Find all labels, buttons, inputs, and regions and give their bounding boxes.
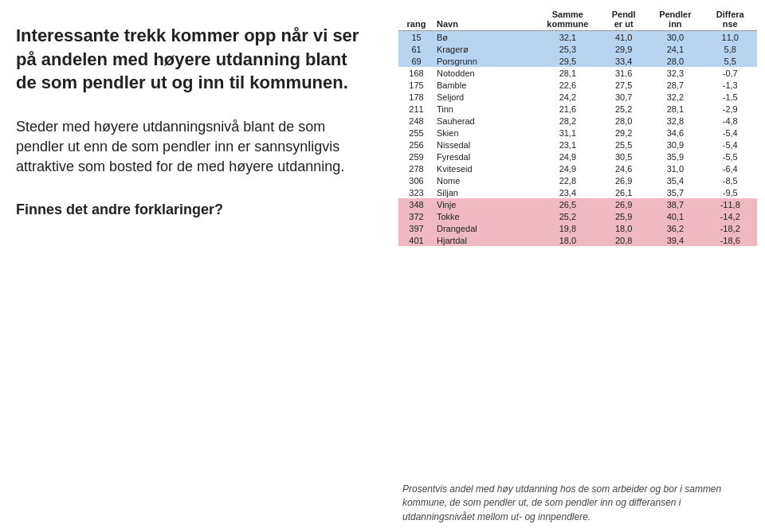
caption-text: Prosentvis andel med høy utdanning hos d… — [398, 483, 757, 524]
table-cell: 61 — [398, 43, 434, 55]
table-cell: 30,9 — [647, 139, 703, 151]
table-cell: 26,5 — [536, 198, 601, 210]
table-cell: 348 — [398, 198, 434, 210]
table-cell: 39,4 — [647, 234, 703, 246]
table-cell: 35,9 — [647, 151, 703, 162]
table-cell: 24,2 — [536, 91, 601, 103]
table-cell: 25,2 — [600, 103, 647, 115]
table-row: 372Tokke25,225,940,1-14,2 — [398, 210, 757, 222]
table-cell: 30,0 — [647, 31, 703, 44]
table-cell: 35,7 — [647, 186, 703, 198]
table-cell: 24,9 — [536, 162, 601, 174]
table-cell: Kviteseid — [434, 162, 536, 174]
table-cell: -8,5 — [704, 174, 758, 186]
table-cell: 178 — [398, 91, 434, 103]
table-cell: 278 — [398, 162, 434, 174]
table-cell: -4,8 — [704, 115, 758, 127]
table-cell: 20,8 — [600, 234, 647, 246]
table-cell: 26,1 — [600, 186, 647, 198]
table-cell: 28,2 — [536, 115, 601, 127]
table-cell: 22,6 — [536, 79, 601, 91]
table-row: 256Nissedal23,125,530,9-5,4 — [398, 139, 757, 151]
table-row: 168Notodden28,131,632,3-0,7 — [398, 67, 757, 79]
table-cell: 69 — [398, 55, 434, 67]
table-cell: 32,8 — [647, 115, 703, 127]
table-cell: Fyresdal — [434, 151, 536, 162]
table-cell: 30,7 — [600, 91, 647, 103]
table-cell: 34,6 — [647, 127, 703, 139]
table-cell: 30,5 — [600, 151, 647, 162]
table-cell: Nissedal — [434, 139, 536, 151]
col-header-rang: rang — [398, 8, 434, 31]
table-cell: -6,4 — [704, 162, 758, 174]
table-cell: 21,6 — [536, 103, 601, 115]
table-cell: Kragerø — [434, 43, 536, 55]
table-cell: Sauherad — [434, 115, 536, 127]
table-cell: Porsgrunn — [434, 55, 536, 67]
col-header-navn: Navn — [434, 8, 536, 31]
table-cell: -14,2 — [704, 210, 758, 222]
table-cell: 26,9 — [600, 198, 647, 210]
table-cell: -5,4 — [704, 127, 758, 139]
data-table-container: rang Navn Sammekommune Pendler ut Pendle… — [398, 8, 757, 476]
table-cell: 23,1 — [536, 139, 601, 151]
table-cell: Skien — [434, 127, 536, 139]
table-cell: 372 — [398, 210, 434, 222]
table-cell: Vinje — [434, 198, 536, 210]
table-cell: -5,4 — [704, 139, 758, 151]
table-cell: 36,2 — [647, 222, 703, 234]
table-row: 259Fyresdal24,930,535,9-5,5 — [398, 151, 757, 162]
table-cell: 25,5 — [600, 139, 647, 151]
table-cell: Drangedal — [434, 222, 536, 234]
table-cell: Nome — [434, 174, 536, 186]
table-cell: 5,5 — [704, 55, 758, 67]
table-cell: 29,5 — [536, 55, 601, 67]
table-cell: 25,2 — [536, 210, 601, 222]
table-cell: -2,9 — [704, 103, 758, 115]
table-cell: 18,0 — [600, 222, 647, 234]
table-cell: 19,8 — [536, 222, 601, 234]
table-row: 248Sauherad28,228,032,8-4,8 — [398, 115, 757, 127]
table-row: 401Hjartdal18,020,839,4-18,6 — [398, 234, 757, 246]
table-cell: 35,4 — [647, 174, 703, 186]
table-cell: 175 — [398, 79, 434, 91]
table-cell: -18,2 — [704, 222, 758, 234]
table-cell: Notodden — [434, 67, 536, 79]
table-cell: 29,2 — [600, 127, 647, 139]
col-header-samme: Sammekommune — [536, 8, 601, 31]
table-cell: 28,0 — [647, 55, 703, 67]
table-cell: Tokke — [434, 210, 536, 222]
col-header-diff: Differanse — [704, 8, 758, 31]
table-cell: 211 — [398, 103, 434, 115]
table-row: 211Tinn21,625,228,1-2,9 — [398, 103, 757, 115]
table-cell: 248 — [398, 115, 434, 127]
table-row: 175Bamble22,627,528,7-1,3 — [398, 79, 757, 91]
footer-text: Finnes det andre forklaringer? — [16, 200, 367, 220]
table-row: 306Nome22,826,935,4-8,5 — [398, 174, 757, 186]
table-cell: -9,5 — [704, 186, 758, 198]
table-cell: -1,5 — [704, 91, 758, 103]
table-cell: 397 — [398, 222, 434, 234]
intro-text: Interessante trekk kommer opp når vi ser… — [16, 24, 367, 95]
table-cell: 28,1 — [647, 103, 703, 115]
table-cell: -0,7 — [704, 67, 758, 79]
table-cell: 18,0 — [536, 234, 601, 246]
table-cell: 401 — [398, 234, 434, 246]
table-cell: 25,3 — [536, 43, 601, 55]
table-cell: 27,5 — [600, 79, 647, 91]
table-row: 15Bø32,141,030,011,0 — [398, 31, 757, 44]
table-cell: -1,3 — [704, 79, 758, 91]
table-cell: 31,1 — [536, 127, 601, 139]
table-row: 323Siljan23,426,135,7-9,5 — [398, 186, 757, 198]
table-cell: 38,7 — [647, 198, 703, 210]
table-cell: 168 — [398, 67, 434, 79]
table-cell: Bamble — [434, 79, 536, 91]
table-cell: 28,7 — [647, 79, 703, 91]
table-cell: Tinn — [434, 103, 536, 115]
table-cell: Hjartdal — [434, 234, 536, 246]
table-cell: 29,9 — [600, 43, 647, 55]
table-row: 397Drangedal19,818,036,2-18,2 — [398, 222, 757, 234]
left-panel: Interessante trekk kommer opp når vi ser… — [0, 0, 390, 532]
body-text: Steder med høyere utdanningsnivå blant d… — [16, 117, 367, 178]
table-cell: Bø — [434, 31, 536, 44]
